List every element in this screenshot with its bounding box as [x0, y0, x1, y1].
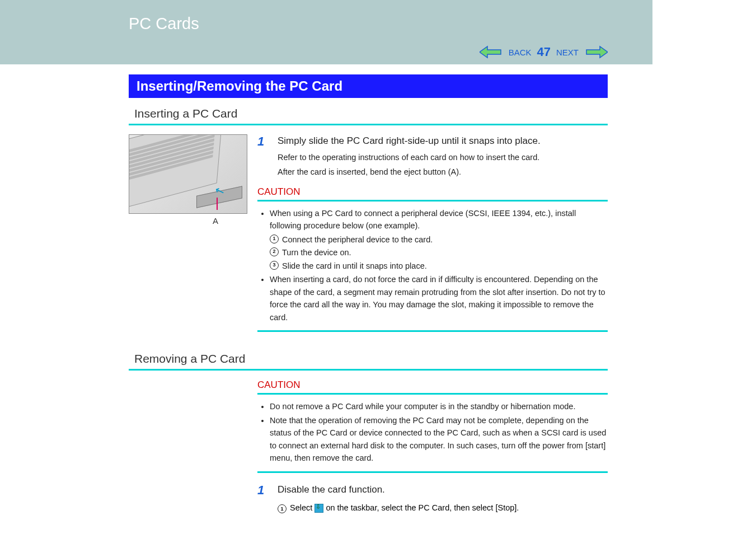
- sub-text: Turn the device on.: [282, 246, 351, 259]
- back-link[interactable]: BACK: [509, 48, 532, 57]
- list-item: 1Connect the peripheral device to the ca…: [270, 233, 608, 246]
- caution-list: When using a PC Card to connect a periph…: [257, 207, 608, 324]
- page-container: PC Cards BACK 47 NEXT Inserting/Removing…: [0, 0, 652, 534]
- circled-number-icon: 1: [278, 504, 287, 513]
- svg-marker-1: [586, 46, 608, 58]
- content-area: Inserting/Removing the PC Card Inserting…: [0, 64, 652, 534]
- circled-number-icon: 1: [270, 235, 279, 243]
- step-number: 1: [257, 134, 269, 149]
- illustration-column: ↖ A: [129, 134, 246, 332]
- page-title: PC Cards: [129, 0, 652, 33]
- callout-line: [217, 198, 218, 210]
- text-fragment: on the taskbar, select the PC Card, then…: [326, 503, 519, 512]
- next-arrow-icon[interactable]: [584, 44, 608, 60]
- step-sub-text: Refer to the operating instructions of e…: [278, 151, 608, 163]
- caution-list: Do not remove a PC Card while your compu…: [257, 400, 608, 464]
- step-text: Disable the card function.: [278, 483, 385, 498]
- removing-block: Removing a PC Card CAUTION Do not remove…: [129, 352, 608, 513]
- inserting-row: ↖ A 1 Simply slide the PC Card right-sid…: [129, 134, 608, 332]
- caution-label: CAUTION: [257, 186, 608, 198]
- sub-list: 1Connect the peripheral device to the ca…: [270, 233, 608, 272]
- step-number: 1: [257, 483, 269, 498]
- laptop-illustration: ↖: [129, 134, 247, 214]
- sub-text: Select on the taskbar, select the PC Car…: [290, 503, 519, 513]
- step-text: Simply slide the PC Card right-side-up u…: [278, 134, 541, 149]
- illustration-label-a: A: [129, 216, 246, 226]
- back-arrow-icon[interactable]: [480, 44, 503, 60]
- divider: [257, 393, 608, 395]
- next-link[interactable]: NEXT: [556, 48, 579, 57]
- divider: [129, 124, 608, 125]
- step-sub-text: After the card is inserted, bend the eje…: [278, 166, 608, 178]
- divider: [257, 200, 608, 202]
- list-item: 2Turn the device on.: [270, 246, 608, 259]
- sub-text: Slide the card in until it snaps into pl…: [282, 260, 427, 272]
- page-number: 47: [537, 45, 551, 59]
- circled-number-icon: 2: [270, 247, 279, 256]
- list-item: Do not remove a PC Card while your compu…: [270, 400, 608, 413]
- list-item: When using a PC Card to connect a periph…: [270, 207, 608, 272]
- sub-text: Connect the peripheral device to the car…: [282, 233, 433, 246]
- caution-label: CAUTION: [257, 380, 608, 391]
- circled-number-icon: 3: [270, 261, 279, 270]
- divider: [257, 330, 608, 332]
- divider: [257, 471, 608, 473]
- caution-text: When using a PC Card to connect a periph…: [270, 209, 576, 230]
- step-sub-row: 1 Select on the taskbar, select the PC C…: [278, 503, 608, 513]
- svg-marker-0: [480, 46, 501, 58]
- inserting-title: Inserting a PC Card: [134, 107, 608, 120]
- removing-indent: CAUTION Do not remove a PC Card while yo…: [257, 380, 608, 513]
- list-item: 3Slide the card in until it snaps into p…: [270, 260, 608, 272]
- section-banner: Inserting/Removing the PC Card: [129, 74, 608, 98]
- list-item: When inserting a card, do not force the …: [270, 273, 608, 324]
- removing-title: Removing a PC Card: [134, 352, 608, 366]
- inserting-text-column: 1 Simply slide the PC Card right-side-up…: [257, 134, 608, 332]
- header-band: PC Cards BACK 47 NEXT: [0, 0, 652, 64]
- step-row: 1 Simply slide the PC Card right-side-up…: [257, 134, 608, 149]
- safely-remove-hardware-icon: [314, 504, 323, 513]
- text-fragment: Select: [290, 503, 314, 512]
- list-item: Note that the operation of removing the …: [270, 414, 608, 465]
- step-row: 1 Disable the card function.: [257, 483, 608, 498]
- divider: [129, 369, 608, 371]
- nav-bar: BACK 47 NEXT: [480, 44, 608, 60]
